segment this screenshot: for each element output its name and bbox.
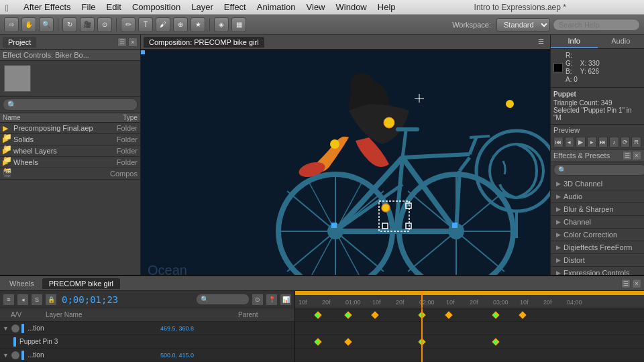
effects-menu-btn[interactable]: ☰ xyxy=(623,151,632,160)
layer-row-puppet3[interactable]: Puppet Pin 3 xyxy=(0,335,294,349)
toolbar-camera-btn[interactable]: 🎥 xyxy=(80,17,95,32)
menu-effect[interactable]: Effect xyxy=(219,1,251,13)
preview-ram-btn[interactable]: R xyxy=(631,137,641,147)
panel-close-btn[interactable]: × xyxy=(128,38,138,47)
preview-back-btn[interactable]: ◂ xyxy=(565,137,575,147)
preview-controls: ⏮ ◂ ▶ ▸ ⏭ ♪ ⟳ R xyxy=(553,137,641,147)
color-bar-puppet3 xyxy=(13,337,16,347)
timeline-left: ≡ ◂ S 🔒 0;00;01;23 ⊙ 📍 📊 A/V Layer Name … xyxy=(0,291,295,362)
g-value: G: xyxy=(566,60,578,67)
effect-controls-tab[interactable]: Effect Controls: Biker Bo... xyxy=(0,50,140,61)
keyframe-1c[interactable] xyxy=(371,311,378,318)
tl-btn-puppet[interactable]: ⊙ xyxy=(252,294,264,306)
layer-row-2[interactable]: ▼ ...tion 500.0, 415.0 xyxy=(0,349,294,362)
menu-animation[interactable]: Animation xyxy=(252,1,301,13)
effect-digieffects[interactable]: ▶ Digieffects FreeForm xyxy=(551,241,644,254)
preview-fwd-btn[interactable]: ▸ xyxy=(587,137,597,147)
keyframe-1e[interactable] xyxy=(445,311,452,318)
x-value: X: 330 xyxy=(580,60,600,67)
timeline-close-btn[interactable]: × xyxy=(632,279,641,288)
tl-btn-motion[interactable]: 📍 xyxy=(266,294,278,306)
keyframe-1g[interactable] xyxy=(519,311,526,318)
preview-audio-btn[interactable]: ♪ xyxy=(609,137,619,147)
track-row-puppet3 xyxy=(295,322,644,335)
comp-menu-btn[interactable]: ☰ xyxy=(538,38,547,47)
toolbar-brush-btn[interactable]: 🖌 xyxy=(156,17,170,32)
eye-2[interactable] xyxy=(11,351,19,359)
toolbar-extra-btn[interactable]: ◈ xyxy=(214,17,229,32)
project-search-input[interactable] xyxy=(3,99,138,111)
effect-color-correction[interactable]: ▶ Color Correction xyxy=(551,229,644,241)
preview-last-btn[interactable]: ⏭ xyxy=(598,137,608,147)
file-row-solids[interactable]: ▶ 📁 Solids Folder xyxy=(0,134,140,145)
toolbar-clone-btn[interactable]: ⊕ xyxy=(173,17,188,32)
file-row-wheellayers[interactable]: ▶ 📁 wheel Layers Folder xyxy=(0,145,140,157)
menu-layer[interactable]: Layer xyxy=(186,1,218,13)
menu-file[interactable]: File xyxy=(77,1,101,13)
menu-help[interactable]: Help xyxy=(373,1,400,13)
effects-search-input[interactable] xyxy=(553,164,644,176)
menu-window[interactable]: Window xyxy=(331,1,372,13)
menu-after-effects[interactable]: After Effects xyxy=(19,1,76,13)
workspace-dropdown[interactable]: Standard xyxy=(496,18,550,32)
preview-first-btn[interactable]: ⏮ xyxy=(553,137,564,147)
menu-edit[interactable]: Edit xyxy=(102,1,126,13)
tab-precomp-bike[interactable]: PRECOMP bike girl xyxy=(42,278,120,289)
panel-controls: ☰ × xyxy=(117,38,138,47)
file-name-wheellayers: wheel Layers xyxy=(13,147,97,155)
toolbar-select-btn[interactable]: ⇨ xyxy=(4,17,19,32)
layer-name-puppet3: Puppet Pin 3 xyxy=(19,338,292,345)
timeline-menu-btn[interactable]: ☰ xyxy=(621,279,631,288)
apple-icon[interactable]:  xyxy=(5,3,15,12)
tl-btn-graph[interactable]: 📊 xyxy=(280,294,292,306)
ruler-label-7: 20f xyxy=(470,299,478,306)
toolbar-rotate-btn[interactable]: ↻ xyxy=(62,17,77,32)
tl-btn-1[interactable]: ≡ xyxy=(3,294,15,306)
tl-btn-lock[interactable]: 🔒 xyxy=(45,294,57,306)
expand-1[interactable]: ▼ xyxy=(3,325,9,332)
comp-tab[interactable]: Composition: PRECOMP bike girl xyxy=(144,37,264,48)
tl-btn-solo[interactable]: S xyxy=(31,294,43,306)
info-tab[interactable]: Info xyxy=(551,35,598,48)
panel-menu-btn[interactable]: ☰ xyxy=(117,38,127,47)
effect-3d-channel[interactable]: ▶ 3D Channel xyxy=(551,178,644,190)
toolbar-hand-btn[interactable]: ✋ xyxy=(21,17,36,32)
eye-1[interactable] xyxy=(11,324,19,333)
effects-title: Effects & Presets xyxy=(553,152,623,160)
toolbar-pen-btn[interactable]: ✏ xyxy=(121,17,136,32)
preview-play-btn[interactable]: ▶ xyxy=(576,137,586,147)
playhead[interactable] xyxy=(421,291,423,308)
timeline-search-input[interactable] xyxy=(196,294,250,305)
expand-2[interactable]: ▼ xyxy=(3,352,9,359)
effect-channel[interactable]: ▶ Channel xyxy=(551,216,644,229)
toolbar-text-btn[interactable]: T xyxy=(138,17,153,32)
toolbar-puppet-btn[interactable]: ★ xyxy=(191,17,205,32)
effects-close-btn[interactable]: × xyxy=(632,151,641,160)
ruler-label-0: 10f xyxy=(299,299,307,306)
toolbar-extra2-btn[interactable]: ▦ xyxy=(231,17,246,32)
toolbar-orbit-btn[interactable]: ⊙ xyxy=(97,17,112,32)
audio-tab[interactable]: Audio xyxy=(598,35,645,48)
toolbar-zoom-btn[interactable]: 🔍 xyxy=(39,17,54,32)
menu-view[interactable]: View xyxy=(302,1,330,13)
layer-value-2: 500.0, 415.0 xyxy=(160,352,292,359)
file-row-wheels[interactable]: ▶ 📁 Wheels Folder xyxy=(0,157,140,168)
timeline-content: ≡ ◂ S 🔒 0;00;01;23 ⊙ 📍 📊 A/V Layer Name … xyxy=(0,291,644,362)
keyframe-2b[interactable] xyxy=(344,338,352,345)
tl-btn-2[interactable]: ◂ xyxy=(17,294,29,306)
search-input[interactable] xyxy=(553,19,640,31)
effect-label-distort: Distort xyxy=(564,256,585,264)
effect-distort[interactable]: ▶ Distort xyxy=(551,254,644,267)
comp-viewport[interactable]: Ocean xyxy=(141,50,550,279)
right-panel: Info Audio R: G: B: A: 0 X: 330 Y: 626 xyxy=(550,35,644,295)
col-type-header: Type xyxy=(97,114,138,121)
menu-composition[interactable]: Composition xyxy=(127,1,185,13)
effect-audio[interactable]: ▶ Audio xyxy=(551,190,644,203)
tab-wheels[interactable]: Wheels xyxy=(3,278,41,289)
file-row-precomposing[interactable]: ▶ 📁 Precomposing Final.aep Folder xyxy=(0,123,140,134)
effect-blur-sharpen[interactable]: ▶ Blur & Sharpen xyxy=(551,203,644,216)
project-tab[interactable]: Project xyxy=(3,37,36,48)
preview-loop-btn[interactable]: ⟳ xyxy=(621,137,631,147)
file-row-comp[interactable]: 🎬 Compos xyxy=(0,168,140,180)
layer-row-1[interactable]: ▼ ...tion 469.5, 360.8 xyxy=(0,322,294,335)
